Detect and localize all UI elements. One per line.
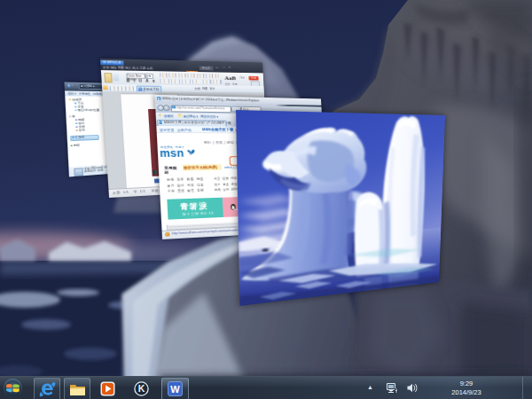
svg-text:K: K (138, 383, 145, 394)
svg-text:W: W (170, 384, 180, 395)
